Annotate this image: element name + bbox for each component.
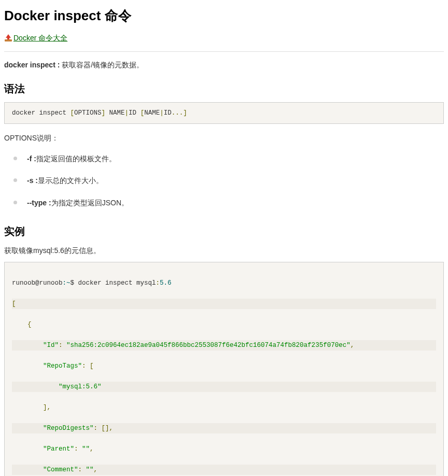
- option-desc: 显示总的文件大小。: [38, 176, 103, 185]
- code-text: ID: [129, 109, 141, 117]
- option-flag: --type :: [27, 199, 51, 207]
- options-label: OPTIONS说明：: [4, 132, 444, 144]
- code-text: ID: [164, 109, 172, 117]
- examples-heading: 实例: [4, 223, 444, 240]
- syntax-codeblock: docker inspect [OPTIONS] NAME|ID [NAME|I…: [4, 102, 444, 124]
- svg-rect-0: [5, 39, 12, 41]
- code-line: "Parent": "",: [12, 444, 436, 454]
- code-punct: |: [125, 109, 129, 117]
- option-item: --type :为指定类型返回JSON。: [4, 192, 444, 214]
- code-text: OPTIONS: [74, 109, 102, 117]
- code-punct: ]: [102, 109, 106, 117]
- code-line: "Id": "sha256:2c0964ec182ae9a045f866bbc2…: [12, 340, 436, 351]
- code-line: runoob@runoob:~$ docker inspect mysql:5.…: [12, 278, 436, 288]
- options-list: -f :指定返回值的模板文件。 -s :显示总的文件大小。 --type :为指…: [4, 148, 444, 214]
- example-codeblock: runoob@runoob:~$ docker inspect mysql:5.…: [4, 262, 444, 476]
- code-text: NAME: [144, 109, 160, 117]
- code-line: {: [12, 319, 436, 330]
- option-flag: -f :: [27, 155, 36, 163]
- code-line: "Comment": "",: [12, 465, 436, 475]
- example-description: 获取镜像mysql:5.6的元信息。: [4, 245, 444, 256]
- code-text: NAME: [105, 109, 125, 117]
- option-item: -f :指定返回值的模板文件。: [4, 148, 444, 170]
- option-item: -s :显示总的文件大小。: [4, 170, 444, 191]
- page-title: Docker inspect 命令: [4, 5, 444, 27]
- arrow-up-icon: [4, 34, 12, 42]
- intro-desc: 获取容器/镜像的元数据。: [60, 61, 144, 69]
- back-link[interactable]: Docker 命令大全: [4, 32, 67, 44]
- code-punct: [: [141, 109, 145, 117]
- code-line: "mysql:5.6": [12, 382, 436, 392]
- option-flag: -s :: [27, 176, 38, 185]
- code-line: "RepoTags": [: [12, 361, 436, 371]
- code-punct: |: [160, 109, 164, 117]
- option-desc: 为指定类型返回JSON。: [51, 199, 129, 207]
- back-link-text: Docker 命令大全: [13, 32, 67, 44]
- code-line: "RepoDigests": [],: [12, 423, 436, 433]
- code-text: docker inspect: [12, 109, 71, 117]
- divider: [4, 51, 444, 52]
- code-punct: ...]: [172, 109, 187, 117]
- code-line: [: [12, 299, 436, 309]
- option-desc: 指定返回值的模板文件。: [36, 155, 116, 163]
- intro-line: docker inspect : 获取容器/镜像的元数据。: [4, 59, 444, 71]
- intro-cmd: docker inspect :: [4, 61, 60, 69]
- code-punct: [: [71, 109, 75, 117]
- code-line: ],: [12, 402, 436, 413]
- syntax-heading: 语法: [4, 80, 444, 97]
